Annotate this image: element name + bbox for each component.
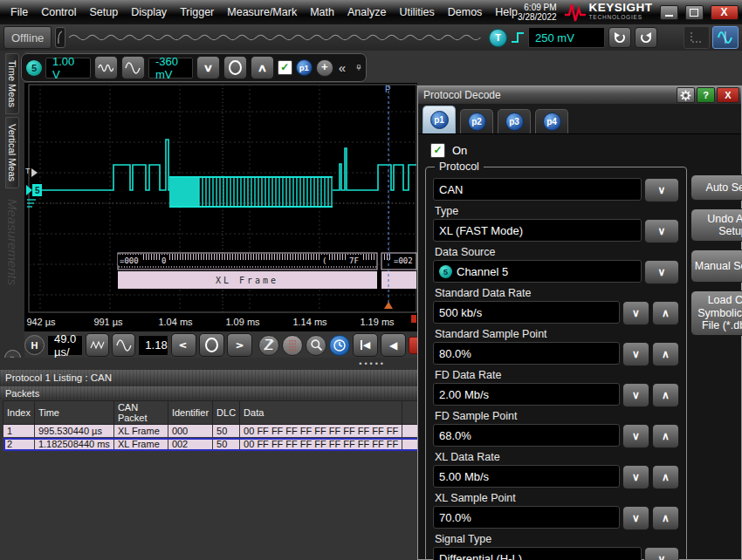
collapse-chevrons[interactable]: «	[339, 60, 346, 75]
dropdown-arrow-signal-type[interactable]: ∨	[644, 547, 679, 560]
column-header-dlc[interactable]: DLC	[213, 401, 240, 425]
tab-time-meas[interactable]: Time Meas	[5, 53, 19, 114]
decrement-button-xl-sample-point[interactable]: ∨	[622, 506, 649, 530]
close-button[interactable]: X	[711, 5, 739, 20]
channel-offset-field[interactable]: -360 mV	[148, 58, 193, 79]
field-value-fd-data-rate[interactable]: 2.00 Mb/s	[433, 383, 620, 406]
field-value-xl-sample-point[interactable]: 70.0%	[433, 506, 620, 529]
increment-button-fd-data-rate[interactable]: ∧	[652, 383, 679, 407]
decode-tab-p4[interactable]: p4	[535, 109, 568, 133]
step-back-button[interactable]: ◀	[381, 333, 406, 357]
decrement-button-fd-sample-point[interactable]: ∨	[622, 424, 649, 448]
load-can-symbolic-data-file-dbc-button[interactable]: Load CAN Symbolic Data File (*.dbc)...	[690, 290, 742, 336]
menu-item-demos[interactable]: Demos	[448, 6, 483, 18]
manual-setup-button[interactable]: Manual Setup...	[690, 249, 742, 283]
field-value-standard-data-rate[interactable]: 500 kb/s	[433, 301, 620, 324]
auto-setup-button[interactable]: Auto Setup	[690, 174, 742, 201]
offset-down-button[interactable]: ∨	[196, 56, 220, 79]
display-corner-icon[interactable]	[684, 26, 710, 49]
table-row[interactable]: 1995.530440 µsXL Frame0005000 FF FF FF F…	[3, 425, 443, 438]
column-header-data[interactable]: Data	[240, 401, 402, 425]
scale-large-wave-button[interactable]	[121, 56, 145, 79]
field-value-data-source[interactable]: 5Channel 5	[433, 260, 642, 283]
field-value-signal-type[interactable]: Differential (H-L)	[433, 547, 642, 560]
menu-item-utilities[interactable]: Utilities	[399, 6, 434, 18]
table-row[interactable]: 21.182508440 msXL Frame0025000 FF FF FF …	[3, 438, 443, 451]
decrement-button-fd-data-rate[interactable]: ∨	[622, 383, 649, 407]
redo-button[interactable]	[635, 27, 657, 48]
menu-item-file[interactable]: File	[10, 6, 28, 18]
decode-tab-p1[interactable]: p1	[423, 106, 456, 133]
decode-tab-p2[interactable]: p2	[460, 109, 493, 133]
menu-item-analyze[interactable]: Analyze	[347, 6, 386, 18]
skip-to-start-button[interactable]: ◀	[353, 333, 378, 357]
pan-right-button[interactable]: ∨	[227, 333, 252, 357]
decrement-button-standard-sample-point[interactable]: ∨	[622, 342, 649, 366]
channel-visible-checkbox[interactable]: ✓	[278, 60, 292, 75]
waveform-display[interactable]: =0000(7FXL Frame=002 T5 P	[24, 83, 417, 314]
decode-on-checkbox[interactable]: ✓	[430, 143, 445, 158]
increment-button-xl-sample-point[interactable]: ∧	[652, 506, 679, 530]
trigger-level-field[interactable]: 250 mV	[528, 27, 605, 48]
undo-auto-setup-button[interactable]: Undo Auto Setup	[690, 208, 742, 242]
trigger-badge[interactable]: T	[489, 29, 507, 47]
offset-zero-button[interactable]	[223, 56, 247, 79]
zoom-out-wave-button[interactable]	[86, 333, 109, 357]
column-header-time[interactable]: Time	[34, 401, 113, 425]
gear-icon[interactable]	[677, 87, 695, 103]
field-value-xl-data-rate[interactable]: 5.00 Mb/s	[433, 465, 620, 488]
packet-table[interactable]: IndexTimeCAN PacketIdentifierDLCData 199…	[3, 400, 443, 451]
horizontal-menu-button[interactable]: H	[24, 335, 45, 355]
menu-item-control[interactable]: Control	[41, 6, 76, 18]
pane-splitter[interactable]: •••••	[0, 358, 417, 370]
pin-icon[interactable]	[356, 62, 361, 74]
packets-section-bar[interactable]: Packets	[0, 386, 417, 400]
splitter-handle[interactable]: •••••	[359, 359, 386, 368]
zoom-in-wave-button[interactable]	[112, 333, 135, 357]
horizontal-position-field[interactable]: 1.186820	[138, 335, 168, 356]
pan-center-button[interactable]	[199, 333, 224, 357]
zoom-search-button[interactable]	[306, 335, 326, 356]
offline-button[interactable]: Offline	[3, 26, 52, 49]
menu-item-measure-mark[interactable]: Measure/Mark	[227, 6, 297, 18]
listing-title-bar[interactable]: Protocol 1 Listing : CAN	[0, 370, 417, 386]
increment-button-standard-data-rate[interactable]: ∧	[652, 301, 679, 325]
field-value-can[interactable]: CAN	[433, 178, 642, 201]
increment-button-standard-sample-point[interactable]: ∧	[652, 342, 679, 366]
menu-item-help[interactable]: Help	[495, 6, 518, 18]
minimize-button[interactable]	[660, 5, 678, 20]
autoscale-icon[interactable]	[712, 26, 739, 49]
add-button[interactable]: +	[316, 59, 333, 77]
wave-handle[interactable]	[55, 27, 65, 48]
menu-item-display[interactable]: Display	[131, 6, 167, 18]
increment-button-fd-sample-point[interactable]: ∧	[652, 424, 679, 448]
offset-up-button[interactable]: ∧	[251, 56, 274, 79]
channel-scale-field[interactable]: 1.00 V	[45, 58, 91, 79]
column-header-index[interactable]: Index	[3, 401, 35, 425]
undo-button[interactable]	[608, 27, 631, 48]
help-button[interactable]: ?	[697, 87, 715, 103]
menu-item-setup[interactable]: Setup	[89, 6, 118, 18]
column-header-can-packet[interactable]: CAN Packet	[113, 401, 168, 425]
scale-small-wave-button[interactable]	[94, 56, 118, 79]
dropdown-arrow-type[interactable]: ∨	[644, 219, 679, 243]
menu-item-math[interactable]: Math	[310, 6, 334, 18]
dialog-title-bar[interactable]: Protocol Decode ? X	[418, 86, 741, 104]
dropdown-arrow-can[interactable]: ∨	[644, 178, 679, 202]
zoom-reset-button[interactable]: Z	[258, 335, 279, 356]
field-value-type[interactable]: XL (FAST Mode)	[433, 219, 642, 242]
channel-5-badge[interactable]: 5	[26, 60, 42, 76]
decrement-button-xl-data-rate[interactable]: ∨	[622, 465, 649, 489]
timebase-field[interactable]: 49.0 µs/	[47, 335, 83, 356]
menu-item-trigger[interactable]: Trigger	[180, 6, 214, 18]
maximize-button[interactable]	[685, 5, 704, 20]
dialog-close-button[interactable]: X	[717, 87, 739, 103]
field-value-fd-sample-point[interactable]: 68.0%	[433, 424, 620, 447]
increment-button-xl-data-rate[interactable]: ∧	[652, 465, 679, 489]
grid-markers-button[interactable]	[282, 335, 303, 356]
field-value-standard-sample-point[interactable]: 80.0%	[433, 342, 620, 365]
clock-button[interactable]	[329, 335, 350, 356]
pan-left-button[interactable]: ∨	[171, 333, 196, 357]
dropdown-arrow-data-source[interactable]: ∨	[644, 260, 679, 284]
decode-tab-p3[interactable]: p3	[498, 109, 531, 133]
